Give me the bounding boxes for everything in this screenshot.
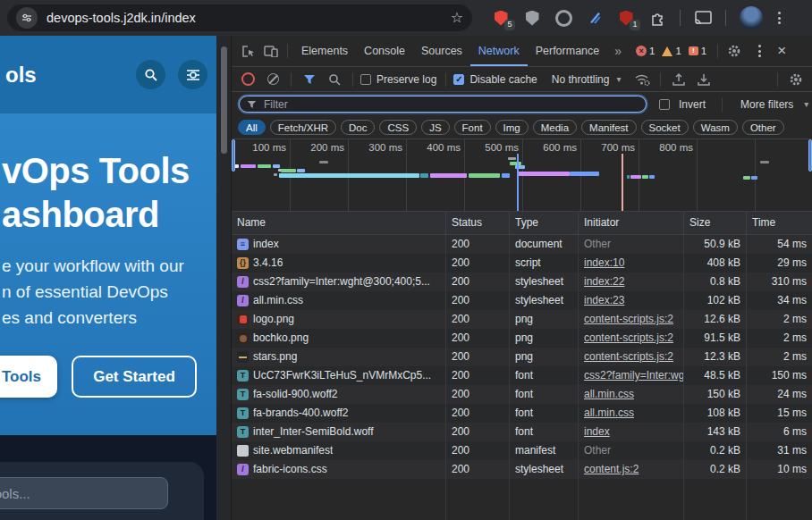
request-row[interactable]: /css2?family=Inter:wght@300;400;5...200s… xyxy=(232,273,812,291)
privacy-extension-icon[interactable]: 1 xyxy=(617,9,635,27)
site-settings-icon[interactable] xyxy=(16,7,38,29)
filter-chip-doc[interactable]: Doc xyxy=(341,120,375,135)
request-row[interactable]: ≡index200documentOther50.9 kB54 ms xyxy=(232,235,812,254)
overview-left-handle[interactable] xyxy=(232,139,235,172)
site-search-button[interactable] xyxy=(136,60,165,89)
filter-chip-js[interactable]: JS xyxy=(421,120,449,135)
issues-badge[interactable]: !1 xyxy=(689,46,706,56)
initiator-link[interactable]: content.js:2 xyxy=(584,460,639,479)
filter-toggle-icon[interactable] xyxy=(299,69,320,90)
request-row[interactable]: Tfa-brands-400.woff2200fontall.min.css10… xyxy=(232,404,812,423)
initiator-link[interactable]: content-scripts.js:2 xyxy=(584,310,673,329)
initiator-link[interactable]: index:23 xyxy=(584,291,624,310)
initiator-link[interactable]: index xyxy=(584,423,610,441)
invert-checkbox[interactable] xyxy=(659,99,670,110)
request-row[interactable]: Tfa-solid-900.woff2200fontall.min.css150… xyxy=(232,385,812,404)
column-header-initiator[interactable]: Initiator xyxy=(579,212,684,234)
disable-cache-checkbox[interactable]: ✓ xyxy=(453,74,464,85)
browser-menu-kebab-icon[interactable] xyxy=(776,10,782,26)
export-har-icon[interactable] xyxy=(693,69,715,90)
pen-extension-icon[interactable] xyxy=(586,9,604,27)
column-header-size[interactable]: Size xyxy=(684,212,747,234)
request-row[interactable]: bochko.png200pngcontent-scripts.js:291.5… xyxy=(232,329,812,348)
initiator-link[interactable]: index:10 xyxy=(584,254,624,273)
filter-chip-css[interactable]: CSS xyxy=(379,120,417,135)
extensions-puzzle-icon[interactable] xyxy=(648,9,666,27)
filter-chip-media[interactable]: Media xyxy=(533,120,577,135)
network-filter-input[interactable] xyxy=(262,97,639,112)
url-text[interactable]: devops-tools.j2dk.in/index xyxy=(47,11,442,25)
more-filters-caret-icon[interactable]: ▾ xyxy=(802,99,810,109)
request-row[interactable]: stars.png200pngcontent-scripts.js:212.3 … xyxy=(232,348,812,366)
adguard-extension-icon[interactable]: 5 xyxy=(492,9,510,27)
filter-chip-manifest[interactable]: Manifest xyxy=(581,120,636,135)
devtools-menu-kebab-icon[interactable] xyxy=(747,38,772,63)
initiator-link[interactable]: all.min.css xyxy=(584,404,634,423)
column-header-type[interactable]: Type xyxy=(510,212,579,234)
filter-chip-fetch-xhr[interactable]: Fetch/XHR xyxy=(270,120,336,135)
filter-chip-socket[interactable]: Socket xyxy=(641,120,689,135)
console-errors-badge[interactable]: ×1 xyxy=(636,46,655,56)
throttling-select[interactable]: No throttling xyxy=(550,73,612,86)
filter-input-pill[interactable] xyxy=(239,96,647,113)
throttling-caret-icon[interactable]: ▾ xyxy=(614,74,622,84)
tools-search-input[interactable] xyxy=(0,477,168,509)
column-header-status[interactable]: Status xyxy=(446,212,510,234)
device-toolbar-icon[interactable] xyxy=(260,40,282,62)
initiator-link[interactable]: index:22 xyxy=(584,273,624,291)
site-settings-toggle-button[interactable] xyxy=(178,60,207,89)
preserve-log-checkbox[interactable] xyxy=(360,74,371,85)
tab-console[interactable]: Console xyxy=(356,37,413,66)
column-header-time[interactable]: Time xyxy=(747,212,812,234)
import-har-icon[interactable] xyxy=(668,69,689,90)
tab-sources[interactable]: Sources xyxy=(413,37,470,66)
network-overview-timeline[interactable]: 100 ms200 ms300 ms400 ms500 ms600 ms700 … xyxy=(232,139,812,212)
tab-network[interactable]: Network xyxy=(470,37,528,66)
get-started-button[interactable]: Get Started xyxy=(72,356,197,398)
invert-label[interactable]: Invert xyxy=(677,98,707,111)
initiator-link[interactable]: content-scripts.js:2 xyxy=(584,348,673,366)
search-network-icon[interactable] xyxy=(324,69,345,90)
request-row[interactable]: TUcC73FwrK3iLTeHuS_nVMrMxCp5...200fontcs… xyxy=(232,366,812,385)
request-row[interactable]: /fabric-icons.css200stylesheetcontent.js… xyxy=(232,460,812,479)
shield-extension-icon[interactable] xyxy=(523,9,541,27)
request-row[interactable]: Tinter_Inter-SemiBold.woff200fontindex14… xyxy=(232,423,812,441)
profile-avatar[interactable] xyxy=(740,6,763,29)
devtools-settings-gear-icon[interactable] xyxy=(723,40,745,62)
network-settings-gear-icon[interactable] xyxy=(785,69,807,90)
initiator-link[interactable]: all.min.css xyxy=(584,385,634,404)
inspect-element-icon[interactable] xyxy=(237,40,258,62)
tab-performance[interactable]: Performance xyxy=(528,37,608,66)
filter-chip-img[interactable]: Img xyxy=(495,120,529,135)
site-brand[interactable]: ols xyxy=(5,63,37,88)
address-bar[interactable]: devops-tools.j2dk.in/index ☆ xyxy=(7,4,472,31)
bookmark-star-icon[interactable]: ☆ xyxy=(451,11,463,25)
request-row[interactable]: site.webmanifest200manifestOther0.2 kB31… xyxy=(232,441,812,460)
clear-network-log-button[interactable] xyxy=(262,69,283,90)
request-row[interactable]: {}3.4.16200scriptindex:10408 kB29 ms xyxy=(232,254,812,273)
initiator-link[interactable]: content-scripts.js:2 xyxy=(584,329,673,348)
more-tabs-icon[interactable]: » xyxy=(609,44,627,58)
column-header-name[interactable]: Name xyxy=(232,212,446,234)
record-network-log-button[interactable] xyxy=(237,69,258,90)
filter-chip-wasm[interactable]: Wasm xyxy=(693,120,738,135)
preserve-log-label[interactable]: Preserve log xyxy=(375,73,438,86)
initiator-link[interactable]: css2?family=Inter:wght xyxy=(584,366,684,385)
more-filters-dropdown[interactable]: More filters xyxy=(739,98,795,111)
page-scrollbar[interactable] xyxy=(216,36,231,520)
console-warnings-badge[interactable]: 1 xyxy=(662,46,681,56)
disable-cache-label[interactable]: Disable cache xyxy=(468,73,538,86)
overview-right-handle[interactable] xyxy=(808,139,812,172)
tab-elements[interactable]: Elements xyxy=(293,37,356,66)
ring-extension-icon[interactable] xyxy=(554,9,572,27)
request-row[interactable]: /all.min.css200stylesheetindex:23102 kB3… xyxy=(232,291,812,310)
network-conditions-icon[interactable] xyxy=(631,69,653,90)
request-row[interactable]: logo.png200pngcontent-scripts.js:212.6 k… xyxy=(232,310,812,329)
page-scrollbar-thumb[interactable] xyxy=(221,46,227,154)
explore-tools-button[interactable]: Tools xyxy=(0,356,57,398)
cast-icon[interactable] xyxy=(694,9,712,27)
devtools-close-icon[interactable]: × xyxy=(774,42,790,60)
filter-chip-other[interactable]: Other xyxy=(742,120,784,135)
filter-chip-font[interactable]: Font xyxy=(454,120,491,135)
filter-chip-all[interactable]: All xyxy=(238,120,266,135)
